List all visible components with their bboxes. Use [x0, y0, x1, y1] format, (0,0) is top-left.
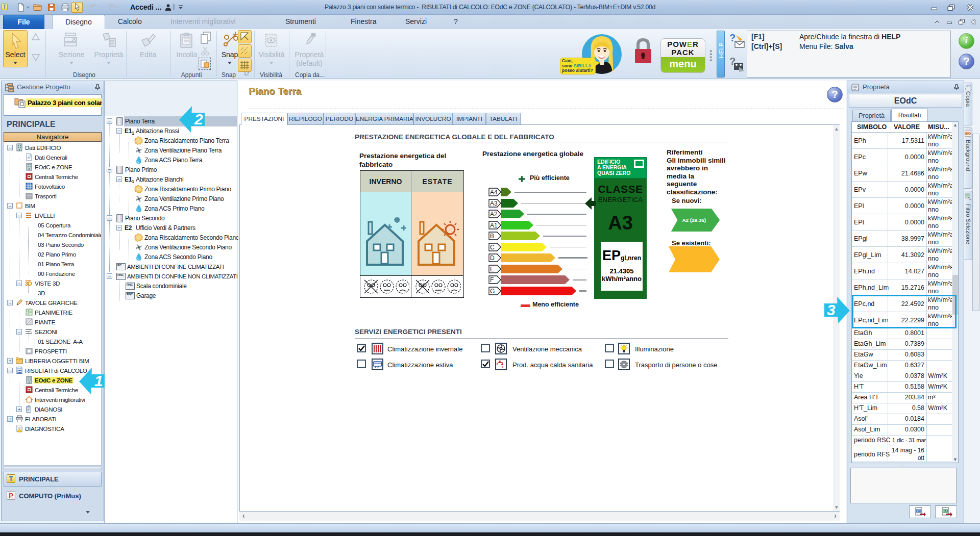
svg-text:RTF: RTF [917, 510, 921, 513]
svg-text:G: G [490, 288, 495, 295]
svg-text:A2: A2 [490, 211, 498, 218]
svg-text:B: B [490, 233, 494, 240]
svg-text:A2 (29.36): A2 (29.36) [682, 217, 706, 223]
svg-text:C: C [490, 244, 495, 251]
svg-text:F: F [490, 276, 494, 284]
svg-text:A1: A1 [490, 222, 498, 229]
svg-text:3: 3 [827, 301, 836, 318]
svg-text:1: 1 [94, 372, 103, 389]
svg-text:A4: A4 [490, 189, 498, 196]
svg-text:D: D [312, 34, 315, 37]
svg-text:E: E [490, 266, 494, 273]
svg-text:3D: 3D [25, 280, 32, 287]
svg-text:XLS: XLS [943, 510, 948, 513]
svg-text:A3: A3 [490, 200, 498, 207]
svg-text:2: 2 [194, 111, 203, 127]
svg-text:D: D [490, 254, 495, 262]
